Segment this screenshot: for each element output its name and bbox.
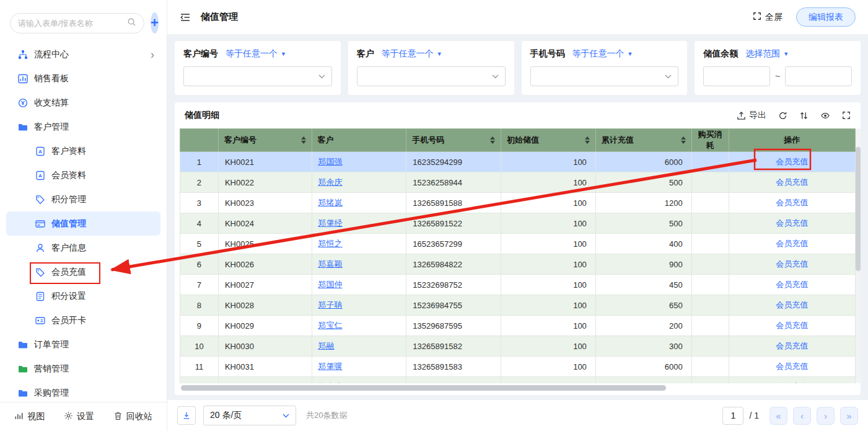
table-fullscreen-icon[interactable]: [842, 111, 851, 120]
member-recharge-link[interactable]: 会员充值: [776, 259, 808, 269]
table-row[interactable]: 2KH0022郑余庆15236258944100500会员充值: [180, 172, 856, 193]
customer-name-link[interactable]: 郑绪岚: [318, 198, 343, 207]
column-header-手机号码[interactable]: 手机号码: [406, 129, 501, 152]
sidebar-item-客户信息[interactable]: 客户信息: [6, 236, 160, 260]
customer-name-link[interactable]: 郑宝仁: [318, 321, 343, 330]
sort-icon[interactable]: [297, 136, 306, 144]
range-min-input[interactable]: [703, 66, 770, 86]
doc-lines-icon: [35, 291, 45, 301]
sidebar-item-会员开卡[interactable]: 会员开卡: [6, 308, 160, 332]
customer-code-cell: KH0022: [218, 172, 312, 193]
customer-name-link[interactable]: 郑肇骥: [318, 362, 343, 371]
member-recharge-link[interactable]: 会员充值: [776, 280, 808, 289]
sidebar-item-积分设置[interactable]: 积分设置: [6, 284, 160, 308]
sidebar-item-采购管理[interactable]: 采购管理: [6, 381, 160, 402]
filter-operator[interactable]: 等于任意一个 ▼: [572, 48, 633, 60]
edit-report-button[interactable]: 编辑报表: [796, 7, 856, 27]
fullscreen-control[interactable]: 全屏: [753, 12, 783, 23]
customer-name-link[interactable]: 郑子聃: [318, 300, 343, 309]
first-page-button[interactable]: «: [769, 407, 787, 425]
search-box[interactable]: [10, 13, 144, 33]
next-page-button[interactable]: ›: [817, 407, 835, 425]
current-page-input[interactable]: 1: [722, 407, 743, 425]
filter-select[interactable]: [183, 66, 332, 86]
customer-name-link[interactable]: 郑恒之: [318, 239, 343, 248]
sidebar-item-客户管理[interactable]: 客户管理: [6, 115, 160, 139]
member-recharge-link[interactable]: 会员充值: [776, 300, 808, 309]
vertical-scrollbar[interactable]: [856, 128, 861, 383]
customer-name-link[interactable]: 郑小瑛: [318, 382, 343, 383]
page-size-select[interactable]: 20 条/页: [203, 406, 296, 425]
filter-operator[interactable]: 等于任意一个 ▼: [382, 48, 442, 60]
sidebar-item-流程中心[interactable]: 流程中心›: [6, 42, 160, 66]
sort-icon[interactable]: [581, 136, 590, 144]
sidebar-item-营销管理[interactable]: 营销管理: [6, 357, 160, 381]
member-recharge-link[interactable]: 会员充值: [776, 321, 808, 330]
collapse-menu-icon[interactable]: [180, 11, 192, 24]
customer-name-link[interactable]: 郑国仲: [318, 280, 343, 289]
sort-icon[interactable]: [677, 136, 686, 144]
sidebar-footer-视图[interactable]: 视图: [14, 411, 45, 422]
export-button[interactable]: 导出: [737, 110, 766, 121]
sidebar-item-会员资料[interactable]: A会员资料: [6, 163, 160, 187]
customer-name-link[interactable]: 郑肇经: [318, 218, 343, 228]
member-recharge-link[interactable]: 会员充值: [776, 177, 808, 187]
table-row[interactable]: 8KH0028郑子聃15236984755100650会员充值: [180, 295, 856, 316]
member-recharge-link[interactable]: 会员充值: [776, 198, 808, 207]
table-row[interactable]: 9KH0029郑宝仁13529687595100200会员充值: [180, 316, 856, 336]
sidebar-item-收支结算[interactable]: 收支结算: [6, 91, 160, 115]
column-header-客户编号[interactable]: 客户编号: [218, 129, 312, 152]
prev-page-button[interactable]: ‹: [793, 407, 811, 425]
add-button[interactable]: +: [151, 12, 159, 33]
customer-code-cell: KH0031: [218, 357, 312, 377]
filter-select[interactable]: [357, 66, 506, 86]
table-row[interactable]: 7KH0027郑国仲15232698752100450会员充值: [180, 275, 856, 295]
action-cell: 会员充值: [729, 316, 855, 336]
table-row[interactable]: 3KH0023郑绪岚132658915881001200会员充值: [180, 193, 856, 213]
search-input[interactable]: [18, 19, 127, 28]
range-max-input[interactable]: [785, 66, 852, 86]
topbar-actions: 全屏 编辑报表: [753, 7, 856, 27]
horizontal-scrollbar[interactable]: [181, 385, 854, 391]
column-header-购买消耗: 购买消耗: [691, 129, 729, 152]
sidebar-item-订单管理[interactable]: 订单管理: [6, 332, 160, 357]
customer-name-link[interactable]: 郑融: [318, 341, 335, 350]
table-row[interactable]: 4KH0024郑肇经13265891522100500会员充值: [180, 213, 856, 234]
filter-operator[interactable]: 选择范围 ▼: [745, 48, 789, 60]
member-recharge-link[interactable]: 会员充值: [776, 341, 808, 350]
column-header-累计充值[interactable]: 累计充值: [595, 129, 691, 152]
member-recharge-link[interactable]: 会员充值: [776, 382, 808, 383]
sidebar-footer-设置[interactable]: 设置: [64, 411, 94, 422]
customer-name-link[interactable]: 郑国强: [318, 157, 343, 166]
member-recharge-link[interactable]: 会员充值: [776, 157, 808, 166]
sort-updown-icon[interactable]: [799, 111, 809, 120]
sidebar-footer-回收站[interactable]: 回收站: [113, 411, 152, 422]
sort-icon[interactable]: [486, 136, 495, 144]
row-index-cell: 3: [180, 193, 219, 213]
table-row[interactable]: 1KH0021郑国强162352942991006000会员充值: [180, 152, 856, 172]
sidebar-item-销售看板[interactable]: 销售看板: [6, 66, 160, 91]
column-visibility-eye-icon[interactable]: [820, 111, 830, 120]
total-recharge-cell: 500: [595, 377, 691, 384]
sidebar-item-客户资料[interactable]: A客户资料: [6, 139, 160, 163]
member-recharge-link[interactable]: 会员充值: [776, 218, 808, 228]
expand-rows-button[interactable]: [177, 406, 196, 425]
filter-select[interactable]: [530, 66, 679, 86]
last-page-button[interactable]: »: [840, 407, 858, 425]
table-row[interactable]: 10KH0030郑融13265891582100300会员充值: [180, 336, 856, 357]
customer-name-cell: 郑融: [312, 336, 406, 357]
member-recharge-link[interactable]: 会员充值: [776, 362, 808, 371]
sidebar-item-积分管理[interactable]: 积分管理: [6, 187, 160, 211]
table-row[interactable]: 5KH0025郑恒之16523657299100400会员充值: [180, 234, 856, 254]
refresh-icon[interactable]: [778, 111, 787, 120]
column-header-初始储值[interactable]: 初始储值: [501, 129, 596, 152]
customer-name-link[interactable]: 郑嘉颖: [318, 259, 343, 269]
filter-operator[interactable]: 等于任意一个 ▼: [226, 48, 286, 60]
sidebar-item-会员充值[interactable]: 会员充值: [6, 260, 160, 284]
table-row[interactable]: 12KH0032郑小瑛13265891584100500会员充值: [180, 377, 856, 384]
sidebar-item-储值管理[interactable]: 储值管理: [6, 211, 160, 236]
table-row[interactable]: 11KH0031郑肇骥132658915831006000会员充值: [180, 357, 856, 377]
table-row[interactable]: 6KH0026郑嘉颖13265984822100900会员充值: [180, 254, 856, 275]
customer-name-link[interactable]: 郑余庆: [318, 177, 343, 187]
member-recharge-link[interactable]: 会员充值: [776, 239, 808, 248]
